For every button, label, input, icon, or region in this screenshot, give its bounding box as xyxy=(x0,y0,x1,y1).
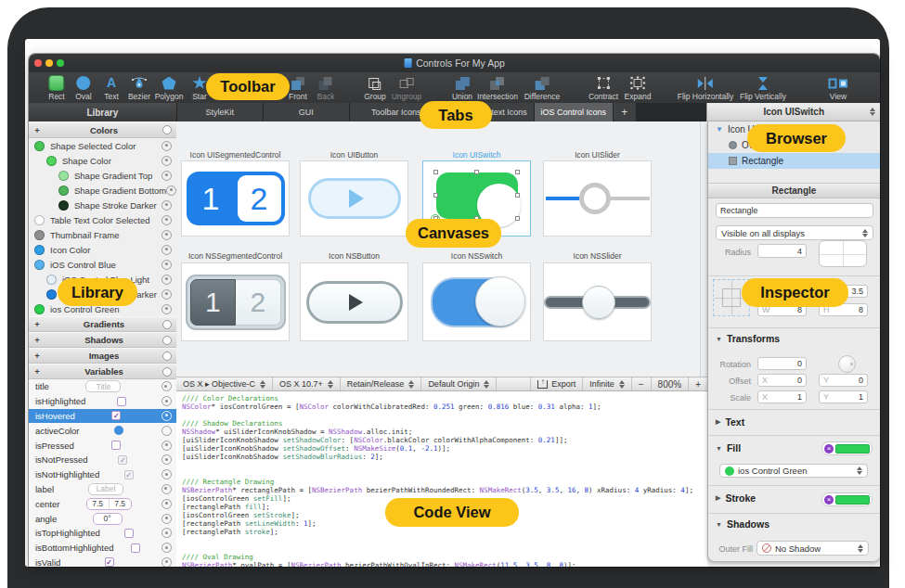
variable-row-ishighlighted[interactable]: isHighlighted xyxy=(29,394,176,409)
zoom-in-button[interactable]: + xyxy=(688,377,707,390)
tab-ios-control-icons[interactable]: iOS Control Icons xyxy=(535,103,614,121)
target-icon[interactable] xyxy=(166,185,176,196)
target-icon[interactable] xyxy=(162,289,172,300)
variable-checkbox[interactable]: ✓ xyxy=(105,557,114,567)
selection-handle[interactable] xyxy=(474,170,479,174)
library-color-ios-control-blue[interactable]: iOS Control Blue xyxy=(29,257,176,272)
stroke-swatch-widget[interactable]: × xyxy=(821,492,873,506)
rotation-input[interactable]: 0 xyxy=(757,357,807,370)
variable-checkbox[interactable]: ✓ xyxy=(124,470,134,479)
variable-row-title[interactable]: titleTitle xyxy=(29,379,176,394)
visibility-dropdown[interactable]: Visible on all displays xyxy=(716,225,873,240)
variable-checkbox[interactable]: ✓ xyxy=(118,455,127,465)
layer-rectangle[interactable]: Rectangle xyxy=(708,153,880,169)
add-tab-button[interactable]: + xyxy=(614,103,637,121)
library-color-shape-gradient-bottom[interactable]: Shape Gradient Bottom xyxy=(29,183,176,198)
canvas-scrollbar[interactable] xyxy=(700,121,707,377)
code-option-default-origin[interactable]: Default Origin xyxy=(421,377,497,390)
toolbar-button-union[interactable]: Union xyxy=(452,75,472,101)
target-icon[interactable] xyxy=(162,543,172,553)
variable-checkbox[interactable] xyxy=(124,529,134,538)
canvas-icon-uislider[interactable] xyxy=(543,160,652,236)
library-color-table-text-color-selected[interactable]: Table Text Color Selected xyxy=(29,212,176,227)
toolbar-button-flip-horizontally[interactable]: Flip Horizontally xyxy=(678,75,733,101)
canvas-icon-uibutton[interactable] xyxy=(300,160,408,236)
minimize-button[interactable] xyxy=(45,59,53,67)
toolbar-button-front[interactable]: Front xyxy=(289,75,307,101)
toolbar-button-bezier[interactable]: Bezier xyxy=(128,75,150,101)
variable-row-angle[interactable]: angle0° xyxy=(29,511,176,526)
target-icon[interactable] xyxy=(162,230,172,240)
variable-checkbox[interactable] xyxy=(131,543,140,553)
radius-input[interactable]: 4 xyxy=(757,244,807,258)
selection-handle[interactable] xyxy=(433,193,438,198)
library-section-images[interactable]: +Images xyxy=(29,348,176,364)
variable-color-swatch[interactable] xyxy=(114,426,123,435)
target-icon[interactable] xyxy=(162,411,172,421)
rotation-dial[interactable] xyxy=(838,355,856,373)
variable-row-activecolor[interactable]: activeColor xyxy=(29,423,176,438)
fill-color-dropdown[interactable]: ios Control Green xyxy=(719,464,868,478)
toolbar-button-view[interactable]: View xyxy=(828,75,848,101)
variable-checkbox[interactable] xyxy=(111,441,121,450)
shape-name-input[interactable]: Rectangle xyxy=(716,203,873,218)
add-icon[interactable]: + xyxy=(29,335,45,345)
toolbar-button-polygon[interactable]: Polygon xyxy=(155,75,184,101)
code-option-retain-release[interactable]: Retain/Release xyxy=(341,377,422,390)
disclosure-open-icon[interactable]: ▼ xyxy=(716,125,723,134)
target-icon[interactable] xyxy=(162,557,172,567)
offset-y-input[interactable]: Y0 xyxy=(819,374,868,387)
target-icon[interactable] xyxy=(162,141,172,151)
variable-row-label[interactable]: labelLabel xyxy=(29,482,176,497)
target-icon[interactable] xyxy=(162,441,172,451)
add-icon[interactable]: + xyxy=(29,351,45,361)
variable-row-isnothighlighted[interactable]: isNotHighlighted✓ xyxy=(29,467,176,482)
fill-swatch-widget[interactable]: × xyxy=(821,441,873,455)
toolbar-button-oval[interactable]: Oval xyxy=(75,75,91,101)
target-icon[interactable] xyxy=(162,171,172,181)
target-icon[interactable] xyxy=(162,499,172,509)
scale-x-input[interactable]: X1 xyxy=(757,390,807,403)
code-option-os-x-10-7[interactable]: OS X 10.7+ xyxy=(273,377,341,390)
code-view[interactable]: //// Color DeclarationsNSColor* iosContr… xyxy=(176,391,707,567)
visibility-circle-icon[interactable] xyxy=(162,336,172,345)
fill-section-header[interactable]: ▼Fill xyxy=(716,442,741,454)
zoom-out-button[interactable]: − xyxy=(631,377,651,390)
offset-x-input[interactable]: X0 xyxy=(757,374,807,387)
toolbar-button-flip-vertically[interactable]: Flip Vertically xyxy=(740,75,786,101)
selection-handle[interactable] xyxy=(515,216,520,221)
shadows-section-header[interactable]: ▼Shadows xyxy=(716,518,769,530)
target-icon[interactable] xyxy=(162,381,172,391)
target-icon[interactable] xyxy=(162,304,172,314)
canvas-icon-nsbutton[interactable] xyxy=(300,262,408,341)
variable-pair-input[interactable]: 7.57.5 xyxy=(86,498,132,510)
variable-text-input[interactable]: Title xyxy=(85,380,121,392)
selection-handle[interactable] xyxy=(433,170,438,174)
text-section-header[interactable]: ▶Text xyxy=(716,416,744,428)
variable-control[interactable] xyxy=(117,397,126,406)
variable-row-isnotpressed[interactable]: isNotPressed✓ xyxy=(29,453,176,467)
add-icon[interactable]: + xyxy=(29,319,45,329)
variable-control[interactable]: 7.57.5 xyxy=(86,498,132,510)
variable-control[interactable] xyxy=(124,529,134,538)
toolbar-button-difference[interactable]: Difference xyxy=(524,75,561,101)
target-icon[interactable] xyxy=(162,426,172,436)
canvas-icon-nssegmentedcontrol[interactable]: 12 xyxy=(181,262,290,341)
close-button[interactable] xyxy=(34,59,42,67)
library-color-shape-selected-color[interactable]: Shape Selected Color xyxy=(29,138,176,153)
variable-control[interactable] xyxy=(111,441,121,450)
target-icon[interactable] xyxy=(162,156,172,166)
target-icon[interactable] xyxy=(162,454,172,465)
variable-control[interactable]: ✓ xyxy=(118,455,127,465)
export-button[interactable]: ↑Export xyxy=(530,377,582,390)
scale-y-input[interactable]: Y1 xyxy=(819,390,868,403)
zoom-button[interactable] xyxy=(57,59,64,67)
transforms-section-header[interactable]: ▼Transforms xyxy=(716,333,780,344)
toolbar-button-rect[interactable]: Rect xyxy=(48,75,64,101)
canvas-icon-nsslider[interactable] xyxy=(543,262,652,341)
variable-field-input[interactable]: 0° xyxy=(93,513,123,525)
visibility-circle-icon[interactable] xyxy=(162,367,172,377)
toolbar-button-back[interactable]: Back xyxy=(317,75,335,101)
variable-control[interactable]: Label xyxy=(88,483,123,495)
library-section-colors[interactable]: +Colors xyxy=(29,121,176,138)
